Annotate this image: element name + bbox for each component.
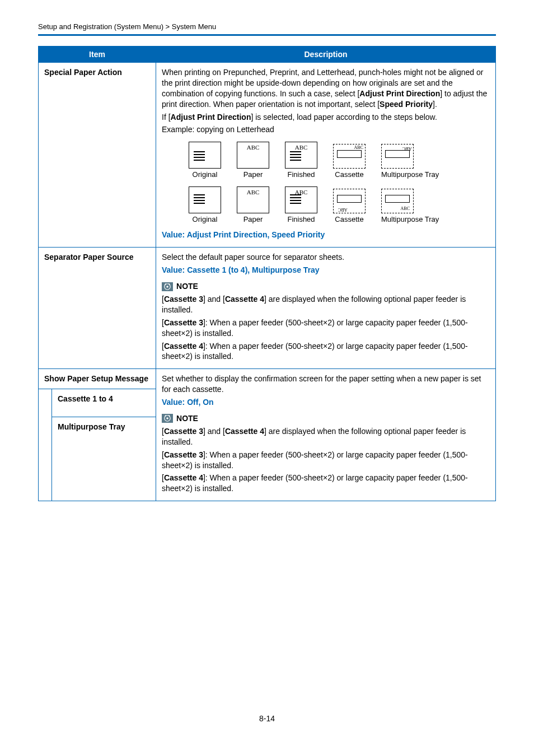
header-description: Description [156,46,496,63]
svg-point-5 [166,418,168,420]
page-number: 8-14 [38,714,496,723]
note-icon [162,282,173,291]
page-container: Setup and Registration (System Menu) > S… [0,0,534,745]
svg-point-1 [166,286,168,288]
settings-table: Item Description Special Paper ActionWhe… [38,46,496,501]
header-rule [38,34,496,36]
header-item: Item [39,46,156,63]
note-icon [162,414,173,423]
breadcrumb: Setup and Registration (System Menu) > S… [38,22,496,31]
